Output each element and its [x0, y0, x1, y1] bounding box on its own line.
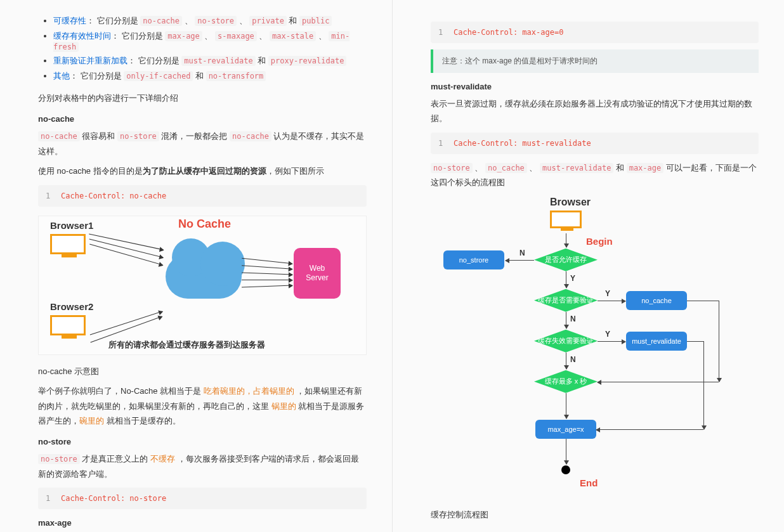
- end-label: End: [580, 477, 598, 488]
- code-text: Cache-Control: must-revalidate: [454, 139, 591, 148]
- paragraph: 使用 no-cache 指令的目的是为了防止从缓存中返回过期的资源，例如下图所示: [38, 164, 367, 178]
- line-number: 1: [46, 191, 61, 200]
- line-number: 1: [438, 139, 454, 148]
- arrow-line: [242, 272, 292, 275]
- cloud-icon: [166, 254, 242, 299]
- diagram-caption: 所有的请求都会通过缓存服务器到达服务器: [108, 339, 265, 351]
- right-column: 1Cache-Control: max-age=0 注意：这个 max-age …: [392, 0, 784, 532]
- code-token: max-age: [165, 31, 202, 41]
- flow-arrow: [566, 271, 566, 288]
- end-circle-icon: [561, 465, 570, 474]
- heading-must-revalidate: must-revalidate: [431, 82, 759, 91]
- figure-caption: 缓存控制流程图: [431, 507, 759, 522]
- arrow-line: [90, 311, 162, 335]
- paragraph: no-cache 很容易和 no-store 混淆，一般都会把 no-cache…: [38, 129, 367, 159]
- edge-n: N: [519, 249, 525, 257]
- code-token: public: [299, 16, 332, 26]
- flow-arrow: [566, 353, 566, 369]
- code-token: only-if-cached: [124, 71, 193, 81]
- decision-expire-validate: 缓存失效需要验证: [534, 330, 598, 353]
- flow-arrow: [598, 301, 625, 301]
- code-block-max-age-0: 1Cache-Control: max-age=0: [431, 22, 759, 43]
- code-token: must-revalidate: [540, 163, 613, 173]
- list-label: 重新验证并重新加载: [53, 56, 127, 65]
- node-must-revalidate: must_revalidate: [626, 332, 687, 351]
- node-max-age-x: max_age=x: [535, 420, 596, 439]
- paragraph: no-store 才是真正意义上的 不缓存 ，每次服务器接受到客户端的请求后，都…: [38, 451, 367, 481]
- browser-label: Browser: [550, 197, 591, 208]
- arrow-line: [242, 258, 292, 264]
- arrow-line: [242, 280, 292, 280]
- cache-flowchart: Browser Begin 是否允许缓存 N no_strore Y 缓存是否需…: [431, 197, 759, 495]
- edge-n: N: [570, 315, 576, 323]
- paragraph: 表示一旦资源过期，缓存就必须在原始服务器上没有成功验证的情况下才使用其过期的数据…: [431, 96, 759, 126]
- monitor-icon: [550, 211, 582, 228]
- code-token: no-cache: [230, 131, 271, 141]
- code-token: no-store: [195, 16, 237, 26]
- heading-no-store: no-store: [38, 437, 367, 446]
- list-label: 缓存有效性时间: [53, 31, 111, 41]
- list-label: 可缓存性: [53, 16, 86, 25]
- flow-arrow: [506, 260, 534, 261]
- no-cache-diagram: No Cache Browser1 Browser2 Web Server 所有…: [38, 216, 367, 355]
- directive-list: 可缓存性： 它们分别是 no-cache 、 no-store 、 privat…: [38, 15, 367, 82]
- flow-arrow: [598, 341, 625, 342]
- code-token: proxy-revalidate: [268, 56, 347, 66]
- list-item: 缓存有效性时间： 它们分别是 max-age 、 s-maxage 、 max-…: [53, 30, 367, 51]
- flow-line: [703, 341, 704, 429]
- code-block-must-revalidate: 1Cache-Control: must-revalidate: [431, 133, 759, 154]
- code-token: s-maxage: [215, 31, 257, 41]
- flow-line: [687, 301, 719, 301]
- monitor-icon: [50, 315, 86, 335]
- intro-text: 分别对表格中的内容进行一下详细介绍: [38, 91, 367, 105]
- decision-max-x: 缓存最多 x 秒: [534, 370, 598, 393]
- browser1-label: Browser1: [50, 220, 93, 231]
- edge-y: Y: [570, 274, 575, 283]
- list-item: 可缓存性： 它们分别是 no-cache 、 no-store 、 privat…: [53, 15, 367, 27]
- code-token: no-store: [431, 163, 473, 173]
- flow-arrow: [566, 312, 566, 328]
- list-item: 其他： 它们分别是 only-if-cached 和 no-transform: [53, 70, 367, 82]
- code-text: Cache-Control: max-age=0: [454, 28, 563, 37]
- diagram-title: No Cache: [178, 217, 231, 231]
- flow-arrow: [566, 233, 566, 247]
- code-token: must-revalidate: [181, 56, 255, 66]
- node-no-cache: no_cache: [626, 291, 687, 310]
- flow-arrow: [596, 429, 703, 430]
- figure-caption: no-cache 示意图: [38, 364, 367, 379]
- browser2-label: Browser2: [50, 301, 93, 312]
- code-text: Cache-Control: no-cache: [61, 191, 166, 200]
- flow-line: [719, 301, 719, 382]
- list-item: 重新验证并重新加载： 它们分别是 must-revalidate 和 proxy…: [53, 55, 367, 67]
- code-token: no-store: [38, 454, 80, 464]
- flow-arrow: [566, 393, 566, 418]
- code-token: no-store: [117, 131, 159, 141]
- code-token: private: [249, 16, 287, 26]
- code-token: no-cache: [38, 131, 80, 141]
- heading-max-age: max-age: [38, 518, 367, 528]
- code-block-no-cache: 1Cache-Control: no-cache: [38, 185, 367, 207]
- left-column: 可缓存性： 它们分别是 no-cache 、 no-store 、 privat…: [0, 0, 392, 532]
- code-text: Cache-Control: no-store: [61, 494, 166, 503]
- line-number: 1: [438, 28, 454, 37]
- flow-arrow: [598, 382, 719, 382]
- code-token: no_cache: [485, 163, 527, 173]
- arrow-line: [242, 285, 292, 287]
- paragraph: 举个例子你就明白了，No-Cache 就相当于是 吃着碗里的，占着锅里的 ，如果…: [38, 384, 367, 428]
- paragraph: no-store 、 no_cache 、 must-revalidate 和 …: [431, 160, 759, 190]
- code-token: no-cache: [140, 16, 182, 26]
- line-number: 1: [46, 494, 61, 503]
- node-no-store: no_strore: [443, 250, 504, 269]
- edge-y: Y: [605, 330, 610, 339]
- code-token: max-stale: [270, 31, 316, 41]
- begin-label: Begin: [586, 236, 613, 247]
- edge-n: N: [570, 355, 576, 364]
- code-token: max-age: [627, 163, 664, 173]
- flow-arrow: [566, 439, 566, 464]
- heading-no-cache: no-cache: [38, 114, 367, 124]
- code-block-no-store: 1Cache-Control: no-store: [38, 488, 367, 509]
- edge-y: Y: [605, 289, 610, 298]
- monitor-icon: [50, 234, 86, 254]
- decision-need-validate: 缓存是否需要验证: [534, 289, 598, 312]
- arrow-line: [242, 265, 292, 269]
